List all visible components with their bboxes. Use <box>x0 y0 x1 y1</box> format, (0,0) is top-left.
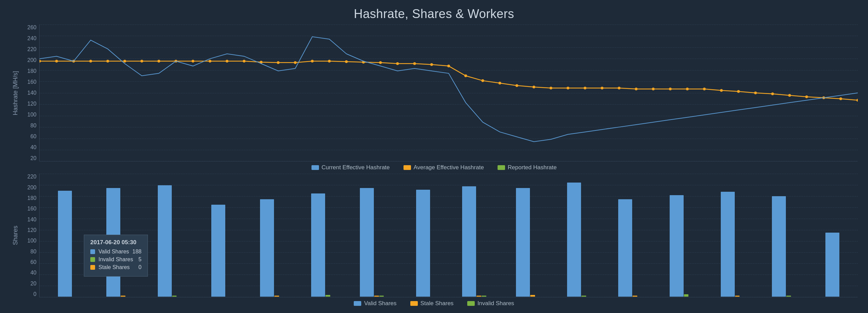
y-tick: 240 <box>27 35 36 42</box>
valid-shares-bar <box>311 193 325 297</box>
valid-shares-bar <box>58 191 72 297</box>
legend-color-box <box>498 165 505 170</box>
y-tick: 180 <box>27 195 36 201</box>
charts-wrapper: Hashrate [MH/s] 260240220200180160140120… <box>10 25 858 310</box>
data-point <box>635 88 638 90</box>
y-tick: 260 <box>27 25 36 31</box>
valid-shares-bar <box>772 196 786 297</box>
invalid-shares-bar <box>379 296 384 297</box>
data-point <box>839 97 842 100</box>
legend-item: Stale Shares <box>410 300 454 307</box>
valid-shares-bar <box>567 183 581 297</box>
data-point <box>430 63 433 66</box>
bar-group <box>756 196 807 297</box>
y-tick: 20 <box>30 155 36 161</box>
y-tick: 120 <box>27 101 36 107</box>
legend-item: Reported Hashrate <box>498 164 557 171</box>
invalid-shares-bar <box>325 295 330 297</box>
bar-chart-legend: Valid Shares Stale Shares Invalid Shares <box>10 297 858 310</box>
stale-shares-bar <box>735 296 740 297</box>
data-point <box>720 89 723 92</box>
data-point <box>567 87 569 89</box>
y-tick: 80 <box>30 123 36 129</box>
bar-group <box>654 195 704 297</box>
bar-group <box>551 183 602 297</box>
data-point <box>516 84 518 87</box>
y-tick: 140 <box>27 217 36 223</box>
valid-shares-bar <box>516 188 530 297</box>
bar-group <box>91 188 141 297</box>
bar-group <box>295 193 346 297</box>
line-chart-area: Hashrate [MH/s] 260240220200180160140120… <box>10 25 858 161</box>
legend-label: Stale Shares <box>421 300 454 307</box>
data-point <box>140 60 143 63</box>
y-tick: 20 <box>30 281 36 287</box>
grid-line <box>40 297 858 297</box>
legend-label: Invalid Shares <box>477 300 514 307</box>
y-tick: 60 <box>30 259 36 265</box>
y-tick: 200 <box>27 57 36 63</box>
y-tick: 100 <box>27 112 36 118</box>
data-point <box>771 93 774 95</box>
valid-shares-bar <box>416 190 430 297</box>
data-point <box>533 85 535 88</box>
data-point <box>89 60 92 63</box>
bar-group <box>449 186 500 297</box>
data-point <box>447 65 450 67</box>
data-point <box>311 60 314 63</box>
stale-shares-bar <box>274 296 279 297</box>
legend-label: Current Effective Hashrate <box>322 164 390 171</box>
valid-shares-bar <box>360 188 374 297</box>
y-tick: 0 <box>33 291 36 297</box>
legend-label: Reported Hashrate <box>508 164 557 171</box>
data-point <box>157 60 160 63</box>
bar-group <box>603 199 653 297</box>
stale-shares-bar <box>530 295 535 297</box>
legend-color-box <box>410 301 418 306</box>
data-point <box>294 61 296 64</box>
data-point <box>737 90 740 93</box>
valid-shares-bar <box>462 186 476 297</box>
data-point <box>379 61 382 64</box>
y-tick: 100 <box>27 238 36 244</box>
data-point <box>550 87 552 89</box>
current-hashrate-line <box>40 37 858 142</box>
legend-item: Current Effective Hashrate <box>311 164 390 171</box>
data-point <box>652 88 655 90</box>
invalid-shares-bar <box>684 294 689 297</box>
data-point <box>584 87 587 89</box>
data-point <box>123 60 126 63</box>
y-tick: 200 <box>27 185 36 191</box>
valid-shares-bar <box>211 205 225 297</box>
line-chart-canvas <box>39 25 858 161</box>
y-tick: 140 <box>27 90 36 96</box>
y-tick: 120 <box>27 227 36 233</box>
bar-y-axis-label: Shares <box>10 174 20 297</box>
data-point <box>618 87 621 89</box>
y-tick: 220 <box>27 174 36 180</box>
data-point <box>413 62 416 65</box>
data-point <box>499 82 501 84</box>
invalid-shares-bar <box>172 296 177 297</box>
data-point <box>703 88 706 90</box>
line-chart-section: Hashrate [MH/s] 260240220200180160140120… <box>10 25 858 174</box>
invalid-shares-bar <box>482 296 486 297</box>
stale-shares-bar <box>121 296 125 297</box>
data-point <box>106 60 109 63</box>
y-tick: 180 <box>27 68 36 74</box>
bar-chart-area: Shares 220200180160140120100806040200 20… <box>10 174 858 297</box>
legend-label: Valid Shares <box>364 300 396 307</box>
data-point <box>345 60 348 63</box>
y-tick: 80 <box>30 249 36 255</box>
data-point <box>482 79 484 82</box>
bar-group <box>500 188 551 297</box>
bar-group <box>40 191 90 297</box>
data-point <box>686 88 689 90</box>
stale-shares-bar <box>476 296 481 297</box>
legend-item: Valid Shares <box>354 300 396 307</box>
data-point <box>40 60 41 63</box>
legend-color-box <box>467 301 475 306</box>
data-point <box>465 75 467 77</box>
data-point <box>209 60 211 63</box>
bar-group <box>244 199 295 297</box>
